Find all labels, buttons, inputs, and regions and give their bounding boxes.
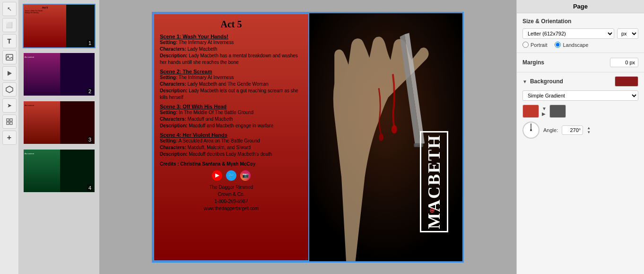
scene-4-characters: Characters: Macduff, Malcolm, and Siward (160, 144, 303, 151)
scene-1-setting: Setting: The Infirmary At Inverness (160, 39, 303, 46)
gradient-type-select[interactable]: Simple Gradient (522, 90, 638, 101)
instagram-icon[interactable]: 📷 (240, 170, 251, 181)
arrow-down-icon[interactable]: ▼ (542, 106, 547, 111)
gradient-stop-2[interactable] (549, 105, 566, 118)
portrait-radio[interactable] (522, 42, 529, 48)
panel-header: Page (517, 0, 644, 13)
shape-tool-btn[interactable] (2, 82, 17, 97)
document-page[interactable]: Act 5 Scene 1: Wash Your Hands! Setting:… (152, 12, 464, 263)
angle-up-icon[interactable]: ▲ (587, 126, 591, 130)
act-title: Act 5 (160, 19, 303, 30)
thumb-num-1: 1 (87, 40, 93, 46)
thumbnail-3[interactable]: Act content 3 (23, 100, 96, 145)
grid-tool-btn[interactable] (2, 115, 17, 129)
text-tool-btn[interactable]: T (2, 34, 17, 48)
scene-3-description: Description: Macduff and Macbeth engage … (160, 123, 303, 129)
doc-left-panel: Act 5 Scene 1: Wash Your Hands! Setting:… (153, 13, 309, 261)
angle-down-icon[interactable]: ▼ (587, 130, 591, 134)
thumbnail-2[interactable]: Act content 2 (23, 52, 96, 97)
scene-2-title: Scene 2: The Scream (160, 69, 303, 74)
angle-label: Angle: (543, 127, 558, 133)
background-color-swatch[interactable] (615, 76, 638, 87)
thumbnail-panel: Act 5 Scene 1: Wash Your Hands! Setting:… (19, 0, 99, 274)
size-select[interactable]: Letter (612x792) (522, 28, 614, 39)
crosshair-icon: ⊕ (429, 206, 435, 214)
gradient-stop-arrows[interactable]: ▼ ▶ (542, 106, 547, 116)
add-tool-btn[interactable]: + (2, 131, 17, 145)
scene-3-title: Scene 3: Off With His Head (160, 104, 303, 109)
size-orientation-section: Size & Orientation Letter (612x792) px P… (517, 13, 644, 53)
scene-3-characters: Characters: Macduff and Macbeth (160, 116, 303, 123)
margins-section: Margins (517, 53, 644, 72)
doc-right-panel: MACBETH ⊕ (309, 13, 462, 261)
background-chevron-icon[interactable]: ▼ (522, 79, 527, 84)
image-tool-btn[interactable] (2, 50, 17, 64)
orientation-row: Portrait Landscape (522, 42, 638, 48)
background-section: ▼ Background Simple Gradient ▼ ▶ Angle: (517, 72, 644, 142)
video-tool-btn[interactable] (2, 66, 17, 80)
svg-point-10 (392, 125, 397, 133)
svg-point-9 (379, 133, 383, 141)
thumbnail-4[interactable]: Act content 4 (23, 149, 96, 193)
portrait-label: Portrait (531, 42, 547, 48)
scene-2-setting: Setting: The Infrimary At Inverness (160, 74, 303, 81)
scene-3-setting: Setting: In The Middle Of The Battle Gro… (160, 109, 303, 116)
landscape-label: Landscape (563, 42, 588, 48)
svg-rect-5 (10, 119, 12, 121)
phone: 1-800-269-6987 (160, 198, 303, 205)
angle-dial[interactable] (522, 122, 540, 139)
main-canvas: Act 5 Scene 1: Wash Your Hands! Setting:… (99, 0, 516, 274)
arrow-right-icon[interactable]: ▶ (542, 111, 547, 116)
scene-4-setting: Setting: A Seculded Area on The Battle G… (160, 138, 303, 144)
unit-select[interactable]: px (617, 28, 638, 39)
background-section-title: Background (530, 78, 612, 85)
scene-2-description: Description: Lady Macbeth lets out a gut… (160, 88, 303, 101)
svg-rect-7 (10, 122, 12, 124)
company-name: The Dagger RimmedCrown & Co. (160, 184, 303, 198)
youtube-icon[interactable]: ▶ (212, 170, 222, 181)
svg-rect-0 (6, 54, 13, 60)
margins-label: Margins (522, 59, 544, 66)
macbeth-title-text: MACBETH (420, 131, 448, 232)
thumb-num-4: 4 (87, 185, 93, 191)
svg-marker-3 (6, 86, 13, 93)
scene-1-description: Description: Lady Macbeth has a mental b… (160, 53, 303, 66)
scene-1-title: Scene 1: Wash Your Hands! (160, 34, 303, 39)
background-image: MACBETH ⊕ (309, 13, 462, 261)
margins-input[interactable] (610, 58, 638, 67)
cursor-tool-btn[interactable]: ↖ (2, 2, 17, 16)
gradient-stop-1[interactable] (522, 105, 539, 118)
right-panel: Page Size & Orientation Letter (612x792)… (516, 0, 644, 274)
angle-section: Angle: ▲ ▼ (522, 122, 638, 139)
left-toolbar: ↖ ⬜ T ➤ + (0, 0, 19, 274)
social-icons: ▶ 🐦 📷 (160, 170, 303, 181)
angle-spinner[interactable]: ▲ ▼ (587, 126, 591, 134)
gradient-type-row: Simple Gradient (522, 90, 638, 101)
size-orientation-title: Size & Orientation (522, 18, 638, 25)
website: www.thedaggertarget.com (160, 205, 303, 212)
thumbnail-1[interactable]: Act 5 Scene 1: Wash Your Hands! Setting:… (23, 4, 96, 48)
angle-input[interactable] (562, 125, 583, 135)
twitter-icon[interactable]: 🐦 (226, 170, 236, 181)
gradient-stops: ▼ ▶ (522, 105, 638, 118)
scene-4-description: Description: Macduff decribes Lady Macbe… (160, 151, 303, 158)
portrait-option[interactable]: Portrait (522, 42, 547, 48)
thumb-num-3: 3 (87, 136, 93, 143)
landscape-option[interactable]: Landscape (555, 42, 588, 48)
scene-4-title: Scene 4: Her Violent Hands (160, 132, 303, 138)
scene-1-characters: Characters: Lady Macbeth (160, 46, 303, 53)
landscape-radio[interactable] (555, 42, 561, 48)
svg-marker-2 (8, 71, 12, 76)
svg-rect-4 (7, 119, 9, 121)
scene-2-characters: Characters: Lady Macbeth and The Gentle … (160, 81, 303, 88)
svg-rect-6 (7, 122, 9, 124)
nav-tool-btn[interactable]: ➤ (2, 98, 17, 113)
page-tool-btn[interactable]: ⬜ (2, 18, 17, 32)
contact-info: The Dagger RimmedCrown & Co. 1-800-269-6… (160, 184, 303, 212)
credits: Credits : Christina Santana & Myah McCoy (160, 161, 303, 167)
angle-dot (530, 129, 532, 131)
thumb-num-2: 2 (87, 88, 93, 95)
